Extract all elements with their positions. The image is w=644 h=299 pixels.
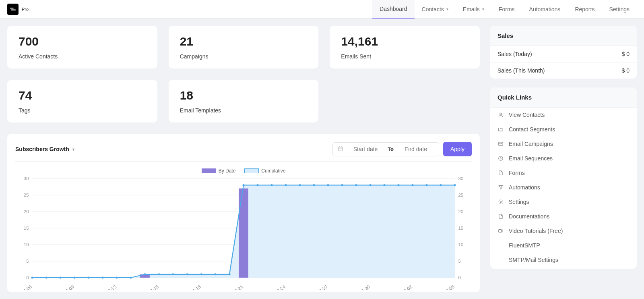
quick-link-item[interactable]: Automations	[490, 180, 637, 195]
legend-cumulative[interactable]: Cumulative	[244, 168, 285, 174]
svg-point-30	[73, 277, 75, 279]
sales-panel-title: Sales	[490, 26, 637, 46]
chart-header: Subscribers Growth ▾ To Apply	[15, 142, 472, 162]
nav-contacts[interactable]: Contacts▾	[415, 0, 456, 19]
date-range-picker[interactable]: To	[332, 142, 439, 156]
stat-cards: 700 Active Contacts 21 Campaigns 14,161 …	[7, 26, 480, 123]
chart-controls: To Apply	[332, 142, 472, 156]
svg-text:08-21: 08-21	[231, 284, 244, 290]
apply-button[interactable]: Apply	[443, 142, 472, 156]
main-column: 700 Active Contacts 21 Campaigns 14,161 …	[7, 26, 480, 292]
clock-icon	[497, 156, 504, 161]
chart-legend: By Date Cumulative	[15, 168, 472, 174]
svg-text:15: 15	[24, 226, 29, 230]
emails-sent-label: Emails Sent	[341, 53, 469, 60]
svg-point-49	[341, 184, 343, 186]
chart-area: 00551010151520202525303008-0608-0908-120…	[15, 177, 472, 290]
svg-text:10: 10	[458, 242, 463, 247]
nav-dashboard[interactable]: Dashboard	[372, 0, 415, 19]
legend-by-date[interactable]: By Date	[202, 168, 236, 174]
top-nav: Dashboard Contacts▾ Emails▾ Forms Automa…	[372, 0, 637, 19]
video-icon	[497, 228, 504, 234]
quick-link-label: Video Tutorials (Free)	[509, 228, 563, 234]
svg-text:0: 0	[26, 275, 29, 280]
nav-automations[interactable]: Automations	[522, 0, 568, 19]
brand-logo	[7, 4, 19, 15]
start-date-input[interactable]	[347, 146, 384, 152]
svg-text:5: 5	[26, 259, 29, 264]
nav-forms[interactable]: Forms	[491, 0, 522, 19]
svg-point-27	[31, 277, 33, 279]
quick-link-item[interactable]: Video Tutorials (Free)	[490, 224, 637, 238]
quick-link-item[interactable]: Contact Segments	[490, 122, 637, 137]
svg-point-46	[299, 184, 301, 186]
svg-text:20: 20	[24, 209, 29, 214]
svg-point-32	[101, 277, 103, 279]
chart-title-label: Subscribers Growth	[15, 146, 69, 152]
svg-text:5: 5	[458, 259, 460, 264]
nav-reports[interactable]: Reports	[568, 0, 602, 19]
quick-link-item[interactable]: Email Campaigns	[490, 137, 637, 151]
mail-icon	[497, 141, 504, 147]
chart-title-dropdown[interactable]: Subscribers Growth ▾	[15, 146, 74, 152]
tags-value: 74	[19, 89, 146, 102]
card-tags: 74 Tags	[7, 80, 157, 123]
svg-text:0: 0	[458, 275, 460, 280]
topbar: Pro Dashboard Contacts▾ Emails▾ Forms Au…	[0, 0, 644, 19]
svg-rect-0	[339, 147, 343, 150]
gear-icon	[497, 199, 504, 205]
quick-link-item[interactable]: View Contacts	[490, 108, 637, 122]
svg-point-29	[59, 277, 61, 279]
svg-point-55	[425, 184, 427, 186]
quick-link-label: Automations	[509, 184, 540, 191]
sales-panel: Sales Sales (Today)$ 0Sales (This Month)…	[490, 26, 637, 79]
folder-icon	[497, 127, 504, 132]
filter-icon	[497, 185, 504, 190]
quick-link-item[interactable]: Documentations	[490, 209, 637, 224]
svg-point-34	[130, 277, 132, 279]
sales-row-label: Sales (This Month)	[497, 67, 545, 74]
nav-settings[interactable]: Settings	[602, 0, 637, 19]
end-date-input[interactable]	[398, 146, 434, 152]
sales-row-value: $ 0	[622, 51, 630, 57]
quick-link-item[interactable]: Settings	[490, 195, 637, 209]
nav-automations-label: Automations	[529, 6, 561, 12]
side-column: Sales Sales (Today)$ 0Sales (This Month)…	[490, 26, 637, 292]
svg-rect-73	[499, 230, 502, 233]
svg-point-51	[369, 184, 371, 186]
svg-text:08-27: 08-27	[316, 284, 328, 290]
email-templates-value: 18	[180, 89, 308, 102]
nav-contacts-label: Contacts	[422, 6, 444, 12]
swatch-line-icon	[244, 168, 259, 173]
quick-link-label: SMTP/Mail Settings	[509, 257, 558, 263]
svg-text:30: 30	[24, 177, 29, 181]
svg-point-47	[313, 184, 315, 186]
quick-link-label: Email Campaigns	[509, 141, 553, 147]
nav-emails-label: Emails	[463, 6, 480, 12]
svg-text:30: 30	[458, 177, 463, 181]
card-email-templates: 18 Email Templates	[169, 80, 319, 123]
svg-point-31	[87, 277, 89, 279]
quick-link-item[interactable]: FluentSMTP	[490, 238, 637, 253]
active-contacts-label: Active Contacts	[19, 53, 146, 60]
svg-rect-26	[239, 189, 248, 278]
legend-by-date-label: By Date	[219, 168, 236, 174]
quick-link-item[interactable]: Forms	[490, 166, 637, 180]
nav-reports-label: Reports	[575, 6, 594, 12]
svg-point-45	[285, 184, 287, 186]
chevron-down-icon: ▾	[72, 147, 74, 152]
nav-emails[interactable]: Emails▾	[456, 0, 491, 19]
brand: Pro	[7, 4, 29, 15]
legend-cumulative-label: Cumulative	[261, 168, 285, 174]
quick-link-item[interactable]: Email Sequences	[490, 151, 637, 166]
svg-text:25: 25	[458, 193, 463, 197]
svg-point-36	[158, 273, 160, 275]
svg-point-53	[397, 184, 399, 186]
quick-link-item[interactable]: SMTP/Mail Settings	[490, 253, 637, 269]
email-templates-label: Email Templates	[180, 107, 308, 114]
svg-text:08-06: 08-06	[20, 284, 33, 290]
svg-text:15: 15	[458, 226, 463, 230]
svg-text:08-30: 08-30	[358, 284, 371, 290]
svg-point-48	[327, 184, 329, 186]
svg-text:08-09: 08-09	[62, 284, 75, 290]
